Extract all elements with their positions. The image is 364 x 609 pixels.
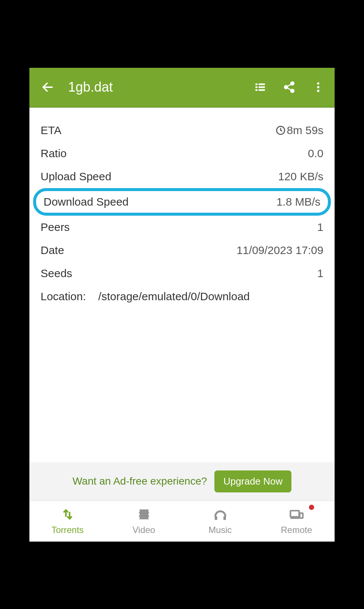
svg-rect-2 bbox=[259, 83, 265, 85]
list-icon bbox=[254, 81, 266, 93]
svg-rect-4 bbox=[259, 86, 265, 88]
download-speed-row: Download Speed 1.8 MB/s bbox=[33, 188, 331, 216]
upload-speed-label: Upload Speed bbox=[41, 170, 111, 183]
nav-torrents[interactable]: Torrents bbox=[29, 501, 106, 542]
more-vert-icon bbox=[312, 81, 325, 93]
svg-line-10 bbox=[287, 84, 291, 86]
ad-text: Want an Ad-free experience? bbox=[73, 475, 207, 487]
eta-row: ETA 8m 59s bbox=[41, 119, 323, 142]
upload-speed-row: Upload Speed 120 KB/s bbox=[41, 165, 323, 188]
svg-rect-3 bbox=[255, 86, 258, 88]
seeds-label: Seeds bbox=[41, 267, 72, 280]
back-button[interactable] bbox=[38, 78, 57, 96]
svg-rect-23 bbox=[148, 514, 150, 516]
clock-icon bbox=[276, 126, 285, 135]
date-value: 11/09/2023 17:09 bbox=[236, 244, 323, 257]
seeds-value: 1 bbox=[317, 267, 323, 280]
download-speed-label: Download Speed bbox=[44, 196, 129, 208]
location-row: Location: /storage/emulated/0/Download bbox=[41, 285, 323, 308]
download-speed-value: 1.8 MB/s bbox=[277, 196, 320, 208]
svg-rect-26 bbox=[223, 516, 226, 520]
svg-rect-1 bbox=[255, 83, 258, 85]
remote-icon bbox=[289, 507, 304, 522]
notification-badge bbox=[309, 505, 314, 510]
upload-speed-value: 120 KB/s bbox=[278, 170, 323, 183]
svg-point-14 bbox=[317, 90, 319, 92]
list-view-button[interactable] bbox=[253, 80, 268, 95]
peers-value: 1 bbox=[317, 221, 323, 234]
nav-video[interactable]: Video bbox=[106, 501, 182, 542]
date-row: Date 11/09/2023 17:09 bbox=[41, 239, 323, 262]
eta-label: ETA bbox=[41, 124, 61, 137]
svg-point-13 bbox=[317, 86, 319, 88]
seeds-row: Seeds 1 bbox=[41, 262, 323, 285]
svg-rect-21 bbox=[138, 517, 140, 519]
nav-remote-label: Remote bbox=[281, 525, 312, 535]
svg-point-7 bbox=[291, 82, 294, 85]
bottom-nav: Torrents Video Music bbox=[29, 501, 335, 542]
page-title: 1gb.dat bbox=[68, 79, 253, 95]
svg-point-8 bbox=[284, 86, 288, 89]
peers-row: Peers 1 bbox=[41, 216, 323, 239]
date-label: Date bbox=[41, 244, 64, 257]
svg-rect-20 bbox=[138, 514, 140, 516]
music-icon bbox=[213, 507, 228, 522]
app-bar-actions bbox=[253, 80, 326, 95]
share-button[interactable] bbox=[282, 80, 297, 95]
svg-point-9 bbox=[291, 89, 294, 93]
more-options-button[interactable] bbox=[311, 80, 326, 95]
svg-rect-22 bbox=[148, 510, 150, 512]
ad-banner: Want an Ad-free experience? Upgrade Now bbox=[29, 462, 335, 501]
ratio-label: Ratio bbox=[41, 147, 67, 160]
svg-rect-18 bbox=[139, 510, 149, 520]
svg-rect-5 bbox=[255, 89, 258, 91]
video-icon bbox=[137, 507, 151, 522]
nav-torrents-label: Torrents bbox=[51, 525, 84, 535]
svg-line-11 bbox=[287, 88, 291, 90]
share-icon bbox=[283, 81, 296, 93]
nav-video-label: Video bbox=[132, 525, 155, 535]
svg-point-12 bbox=[317, 82, 319, 85]
app-bar: 1gb.dat bbox=[29, 68, 335, 108]
nav-music-label: Music bbox=[208, 525, 232, 535]
svg-rect-29 bbox=[300, 513, 303, 518]
location-value: /storage/emulated/0/Download bbox=[98, 290, 250, 302]
app-screen: 1gb.dat bbox=[29, 68, 335, 542]
eta-value: 8m 59s bbox=[276, 124, 323, 137]
svg-rect-19 bbox=[138, 510, 140, 512]
svg-rect-25 bbox=[215, 516, 217, 520]
svg-rect-24 bbox=[148, 517, 150, 519]
nav-remote[interactable]: Remote bbox=[258, 501, 335, 542]
arrow-back-icon bbox=[41, 80, 54, 94]
upgrade-button[interactable]: Upgrade Now bbox=[214, 470, 291, 492]
details-panel: ETA 8m 59s Ratio 0.0 Upload Speed 120 KB… bbox=[29, 108, 335, 462]
ratio-row: Ratio 0.0 bbox=[41, 142, 323, 165]
peers-label: Peers bbox=[41, 221, 70, 234]
nav-music[interactable]: Music bbox=[182, 501, 258, 542]
svg-rect-27 bbox=[290, 511, 299, 517]
svg-rect-6 bbox=[259, 89, 265, 91]
torrents-icon bbox=[60, 507, 75, 522]
ratio-value: 0.0 bbox=[308, 147, 323, 160]
location-label: Location: bbox=[41, 290, 86, 302]
